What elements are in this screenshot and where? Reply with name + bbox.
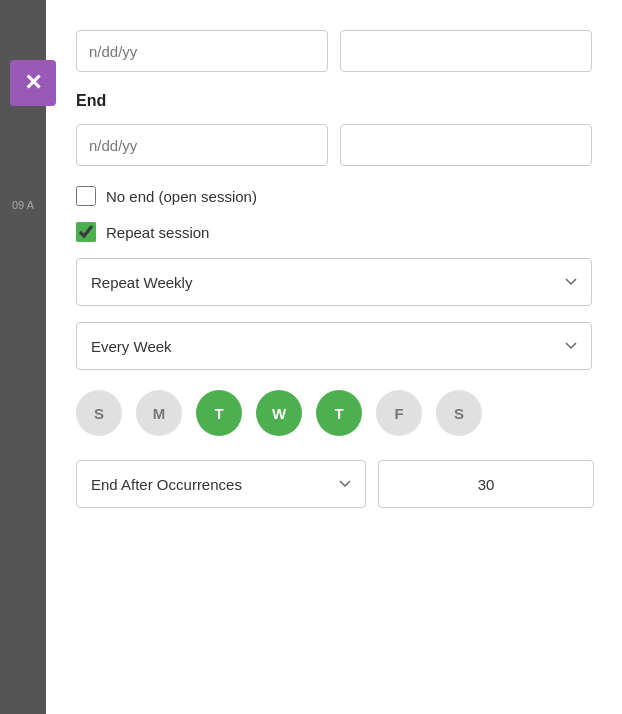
occurrence-select[interactable]: End After Occurrences End By Date No End [76, 460, 366, 508]
close-icon: ✕ [24, 72, 42, 94]
sidebar-time-label: 09 A [0, 195, 46, 215]
day-tuesday[interactable]: T [196, 390, 242, 436]
occurrence-value-input[interactable]: 30 [378, 460, 594, 508]
repeat-session-label[interactable]: Repeat session [106, 224, 209, 241]
start-row: 02:00 PM [76, 30, 592, 72]
every-week-select[interactable]: Every Week Every 2 Weeks Every 3 Weeks [76, 322, 592, 370]
day-thursday[interactable]: T [316, 390, 362, 436]
repeat-weekly-row: Repeat Weekly Repeat Daily Repeat Monthl… [76, 258, 592, 306]
day-friday[interactable]: F [376, 390, 422, 436]
no-end-row: No end (open session) [76, 186, 592, 206]
sidebar: 09 A [0, 0, 46, 714]
main-panel: 02:00 PM End 04:00 PM No end (open sessi… [46, 0, 622, 714]
end-date-input[interactable] [76, 124, 328, 166]
every-week-row: Every Week Every 2 Weeks Every 3 Weeks [76, 322, 592, 370]
days-row: S M T W T F S [76, 390, 592, 436]
day-sunday[interactable]: S [76, 390, 122, 436]
start-date-input[interactable] [76, 30, 328, 72]
end-section-label: End [76, 92, 592, 110]
occurrence-row: End After Occurrences End By Date No End… [76, 460, 592, 508]
repeat-session-row: Repeat session [76, 222, 592, 242]
end-time-input[interactable]: 04:00 PM [340, 124, 592, 166]
day-saturday[interactable]: S [436, 390, 482, 436]
repeat-weekly-select[interactable]: Repeat Weekly Repeat Daily Repeat Monthl… [76, 258, 592, 306]
no-end-checkbox[interactable] [76, 186, 96, 206]
no-end-label[interactable]: No end (open session) [106, 188, 257, 205]
repeat-session-checkbox[interactable] [76, 222, 96, 242]
end-row: 04:00 PM [76, 124, 592, 166]
start-time-input[interactable]: 02:00 PM [340, 30, 592, 72]
close-button[interactable]: ✕ [10, 60, 56, 106]
day-wednesday[interactable]: W [256, 390, 302, 436]
day-monday[interactable]: M [136, 390, 182, 436]
